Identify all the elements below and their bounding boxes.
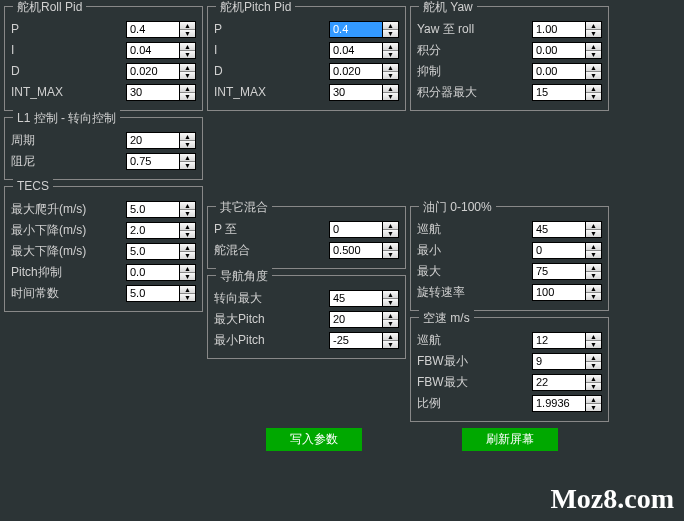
spinner-up[interactable]: ▲	[180, 43, 195, 51]
spinner-input[interactable]	[126, 285, 180, 302]
spinner-input[interactable]	[532, 84, 586, 101]
spinner-down[interactable]: ▼	[383, 251, 398, 258]
spinner-input[interactable]	[126, 63, 180, 80]
spinner-input[interactable]	[532, 242, 586, 259]
spinner-up[interactable]: ▲	[383, 243, 398, 251]
spinner-down[interactable]: ▼	[180, 231, 195, 238]
spinner[interactable]: ▲▼	[532, 63, 602, 80]
spinner-up[interactable]: ▲	[180, 154, 195, 162]
spinner[interactable]: ▲▼	[126, 264, 196, 281]
spinner-input[interactable]	[329, 84, 383, 101]
spinner[interactable]: ▲▼	[329, 21, 399, 38]
spinner-down[interactable]: ▼	[586, 272, 601, 279]
spinner-up[interactable]: ▲	[180, 202, 195, 210]
spinner-down[interactable]: ▼	[383, 299, 398, 306]
spinner-input[interactable]	[126, 222, 180, 239]
spinner[interactable]: ▲▼	[532, 353, 602, 370]
spinner-up[interactable]: ▲	[383, 43, 398, 51]
spinner-down[interactable]: ▼	[586, 72, 601, 79]
spinner-input[interactable]	[329, 42, 383, 59]
spinner-down[interactable]: ▼	[180, 162, 195, 169]
spinner[interactable]: ▲▼	[532, 221, 602, 238]
spinner-input[interactable]	[126, 264, 180, 281]
spinner-input[interactable]	[532, 332, 586, 349]
spinner[interactable]: ▲▼	[126, 132, 196, 149]
spinner-down[interactable]: ▼	[180, 72, 195, 79]
spinner-input[interactable]	[329, 63, 383, 80]
spinner-up[interactable]: ▲	[180, 286, 195, 294]
spinner-input[interactable]	[329, 311, 383, 328]
spinner-input[interactable]	[532, 63, 586, 80]
spinner-down[interactable]: ▼	[586, 404, 601, 411]
spinner[interactable]: ▲▼	[126, 201, 196, 218]
spinner-up[interactable]: ▲	[586, 64, 601, 72]
spinner-down[interactable]: ▼	[586, 51, 601, 58]
spinner-input[interactable]	[126, 84, 180, 101]
spinner-up[interactable]: ▲	[383, 222, 398, 230]
spinner[interactable]: ▲▼	[532, 374, 602, 391]
spinner-down[interactable]: ▼	[586, 383, 601, 390]
spinner[interactable]: ▲▼	[532, 84, 602, 101]
spinner[interactable]: ▲▼	[329, 63, 399, 80]
spinner-input[interactable]	[532, 353, 586, 370]
spinner-down[interactable]: ▼	[383, 30, 398, 37]
spinner-down[interactable]: ▼	[180, 252, 195, 259]
spinner-down[interactable]: ▼	[586, 251, 601, 258]
spinner-input[interactable]	[329, 290, 383, 307]
spinner-up[interactable]: ▲	[383, 85, 398, 93]
spinner-input[interactable]	[126, 42, 180, 59]
spinner[interactable]: ▲▼	[329, 242, 399, 259]
spinner-up[interactable]: ▲	[586, 43, 601, 51]
spinner[interactable]: ▲▼	[126, 222, 196, 239]
spinner-up[interactable]: ▲	[586, 396, 601, 404]
spinner-up[interactable]: ▲	[586, 375, 601, 383]
spinner[interactable]: ▲▼	[126, 243, 196, 260]
spinner-down[interactable]: ▼	[586, 93, 601, 100]
spinner-input[interactable]	[329, 21, 383, 38]
spinner-input[interactable]	[126, 153, 180, 170]
spinner-input[interactable]	[532, 284, 586, 301]
spinner-input[interactable]	[532, 21, 586, 38]
spinner-down[interactable]: ▼	[180, 273, 195, 280]
spinner[interactable]: ▲▼	[329, 290, 399, 307]
spinner-input[interactable]	[329, 332, 383, 349]
spinner-up[interactable]: ▲	[586, 243, 601, 251]
spinner-input[interactable]	[126, 21, 180, 38]
spinner-down[interactable]: ▼	[383, 51, 398, 58]
spinner-input[interactable]	[532, 263, 586, 280]
spinner-down[interactable]: ▼	[180, 141, 195, 148]
spinner[interactable]: ▲▼	[329, 332, 399, 349]
spinner[interactable]: ▲▼	[126, 84, 196, 101]
spinner-down[interactable]: ▼	[586, 30, 601, 37]
spinner[interactable]: ▲▼	[126, 21, 196, 38]
spinner-input[interactable]	[329, 221, 383, 238]
spinner[interactable]: ▲▼	[126, 63, 196, 80]
spinner-up[interactable]: ▲	[586, 333, 601, 341]
spinner-up[interactable]: ▲	[383, 312, 398, 320]
spinner-down[interactable]: ▼	[586, 293, 601, 300]
spinner[interactable]: ▲▼	[532, 395, 602, 412]
spinner-up[interactable]: ▲	[383, 22, 398, 30]
spinner-input[interactable]	[532, 374, 586, 391]
spinner-down[interactable]: ▼	[383, 320, 398, 327]
spinner-down[interactable]: ▼	[383, 93, 398, 100]
spinner[interactable]: ▲▼	[329, 84, 399, 101]
spinner[interactable]: ▲▼	[126, 42, 196, 59]
spinner-down[interactable]: ▼	[383, 72, 398, 79]
spinner-down[interactable]: ▼	[180, 51, 195, 58]
spinner-up[interactable]: ▲	[180, 64, 195, 72]
spinner-input[interactable]	[532, 221, 586, 238]
spinner-up[interactable]: ▲	[180, 133, 195, 141]
spinner-down[interactable]: ▼	[180, 210, 195, 217]
spinner-up[interactable]: ▲	[586, 264, 601, 272]
spinner[interactable]: ▲▼	[532, 42, 602, 59]
spinner-input[interactable]	[532, 395, 586, 412]
refresh-screen-button[interactable]: 刷新屏幕	[462, 428, 558, 451]
spinner-up[interactable]: ▲	[180, 265, 195, 273]
spinner-up[interactable]: ▲	[180, 244, 195, 252]
spinner[interactable]: ▲▼	[329, 42, 399, 59]
spinner-up[interactable]: ▲	[586, 85, 601, 93]
spinner-input[interactable]	[126, 132, 180, 149]
spinner[interactable]: ▲▼	[532, 284, 602, 301]
spinner[interactable]: ▲▼	[126, 153, 196, 170]
